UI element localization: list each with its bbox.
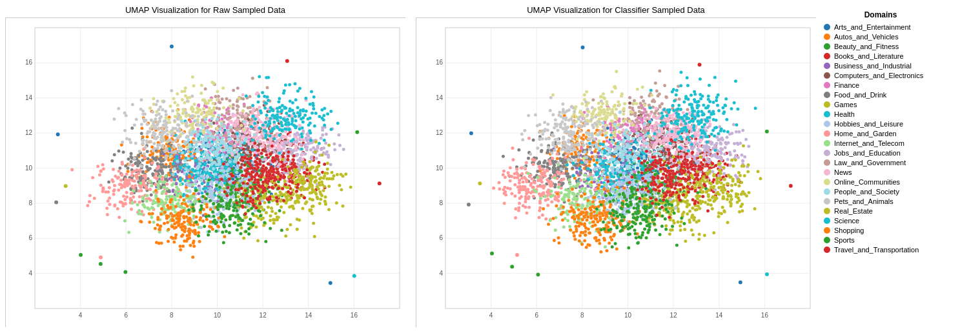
legend-label: Beauty_and_Fitness [834,43,899,50]
chart1-title: UMAP Visualization for Raw Sampled Data [125,5,285,15]
legend-label: Shopping [834,227,864,234]
legend-color-dot [824,179,830,185]
main-container: UMAP Visualization for Raw Sampled Data … [0,0,980,333]
legend-label: Home_and_Garden [834,130,897,137]
legend-label: Pets_and_Animals [834,197,893,205]
legend-color-dot [824,121,830,127]
legend-label: Food_and_Drink [834,91,886,99]
legend-item: Jobs_and_Education [824,149,937,157]
legend-label: News [834,168,852,176]
legend-item: Law_and_Government [824,159,937,166]
chart1-area [5,17,405,327]
legend-item: Computers_and_Electronics [824,72,937,79]
legend-title: Domains [824,10,937,19]
legend-label: Arts_and_Entertainment [834,23,911,31]
legend-label: Health [834,110,855,118]
legend-color-dot [824,92,830,98]
legend-item: Travel_and_Transportation [824,246,937,254]
legend-item: Pets_and_Animals [824,197,937,205]
legend-label: Online_Communities [834,178,900,186]
legend-color-dot [824,169,830,176]
legend-item: Home_and_Garden [824,130,937,137]
legend-color-dot [824,24,830,30]
legend-label: Books_and_Literature [834,52,904,60]
legend-item: Health [824,110,937,118]
legend-item: Hobbies_and_Leisure [824,120,937,128]
legend-label: Internet_and_Telecom [834,139,904,147]
legend-color-dot [824,140,830,146]
legend-item: Beauty_and_Fitness [824,43,937,50]
legend-label: Jobs_and_Education [834,149,901,157]
legend-item: Food_and_Drink [824,91,937,99]
legend-item: Books_and_Literature [824,52,937,60]
chart1-wrapper: UMAP Visualization for Raw Sampled Data [5,5,405,327]
legend-item: Autos_and_Vehicles [824,33,937,41]
legend-item: Online_Communities [824,178,937,186]
legend-label: Hobbies_and_Leisure [834,120,903,128]
legend-label: Computers_and_Electronics [834,72,923,79]
legend-item: Business_and_Industrial [824,62,937,70]
legend-item: Internet_and_Telecom [824,139,937,147]
chart2-canvas [416,18,817,328]
chart2-title: UMAP Visualization for Classifier Sample… [527,5,705,15]
legend-color-dot [824,237,830,243]
legend-color-dot [824,159,830,166]
legend-item: Games [824,101,937,108]
legend-item: News [824,168,937,176]
chart2-wrapper: UMAP Visualization for Classifier Sample… [416,5,816,327]
legend-label: Finance [834,81,859,89]
legend-color-dot [824,130,830,137]
legend-label: People_and_Society [834,188,899,196]
legend-label: Real_Estate [834,207,873,215]
legend-item: Real_Estate [824,207,937,215]
legend-label: Sports [834,236,855,244]
legend-color-dot [824,188,830,195]
legend-color-dot [824,43,830,50]
legend-label: Games [834,101,857,108]
legend-items: Arts_and_EntertainmentAutos_and_Vehicles… [824,23,937,256]
legend-color-dot [824,217,830,224]
legend-color-dot [824,198,830,205]
legend-color-dot [824,247,830,253]
legend-item: Shopping [824,227,937,234]
legend-item: People_and_Society [824,188,937,196]
legend-label: Business_and_Industrial [834,62,912,70]
legend-item: Sports [824,236,937,244]
legend-container: Domains Arts_and_EntertainmentAutos_and_… [816,5,945,261]
legend-color-dot [824,82,830,88]
legend-color-dot [824,101,830,108]
chart2-area [416,17,816,327]
legend-color-dot [824,53,830,59]
legend-color-dot [824,227,830,234]
legend-label: Travel_and_Transportation [834,246,919,254]
legend-color-dot [824,34,830,40]
chart1-canvas [6,18,406,328]
legend-color-dot [824,63,830,69]
legend-label: Law_and_Government [834,159,906,166]
legend-color-dot [824,208,830,214]
legend-item: Arts_and_Entertainment [824,23,937,31]
legend-label: Science [834,217,859,225]
legend-color-dot [824,111,830,117]
legend-item: Finance [824,81,937,89]
legend-color-dot [824,72,830,79]
legend-label: Autos_and_Vehicles [834,33,899,41]
legend-item: Science [824,217,937,225]
legend-color-dot [824,150,830,156]
